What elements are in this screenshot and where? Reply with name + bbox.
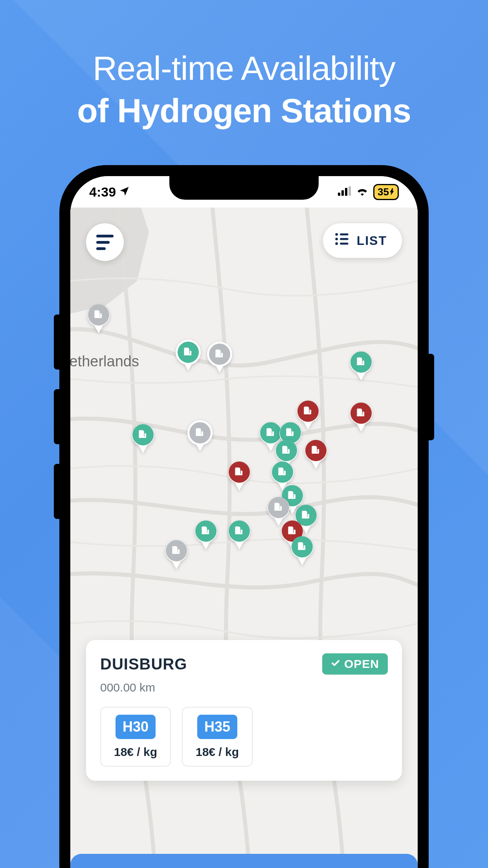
station-card[interactable]: DUISBURG OPEN 000.00 km H3018€ / kgH3518… <box>86 640 402 781</box>
station-distance: 000.00 km <box>100 681 388 694</box>
phone-mockup: 4:39 35 <box>59 165 429 868</box>
station-marker[interactable] <box>187 420 213 451</box>
station-status-label: OPEN <box>344 657 379 671</box>
station-marker[interactable] <box>175 339 201 371</box>
phone-notch <box>169 176 319 200</box>
bottom-sheet-peek[interactable] <box>70 854 418 868</box>
svg-rect-2 <box>345 188 347 196</box>
station-marker[interactable] <box>289 534 315 565</box>
phone-screen: 4:39 35 <box>70 176 418 868</box>
station-marker[interactable] <box>348 400 374 432</box>
station-marker[interactable] <box>226 459 252 491</box>
station-title: DUISBURG <box>100 655 187 673</box>
list-view-button[interactable]: LIST <box>323 223 402 258</box>
map-view[interactable]: Netherlands LIST <box>70 208 418 868</box>
svg-point-9 <box>335 242 338 245</box>
status-time: 4:39 <box>89 184 116 200</box>
battery-percent: 35 <box>378 186 389 198</box>
fuel-option[interactable]: H3518€ / kg <box>182 707 253 767</box>
promo-headline: Real-time Availability of Hydrogen Stati… <box>0 0 488 132</box>
location-arrow-icon <box>119 184 130 200</box>
status-right: 35 <box>338 184 399 200</box>
svg-point-5 <box>335 233 338 236</box>
list-icon <box>334 231 350 250</box>
list-button-label: LIST <box>357 234 387 248</box>
svg-point-7 <box>335 238 338 241</box>
station-marker[interactable] <box>163 538 189 569</box>
map-region-label: Netherlands <box>70 353 139 370</box>
station-marker[interactable] <box>86 302 112 333</box>
station-marker[interactable] <box>193 518 219 550</box>
svg-rect-6 <box>340 234 349 235</box>
station-marker[interactable] <box>207 341 233 373</box>
fuel-price: 18€ / kg <box>193 745 242 759</box>
station-marker[interactable] <box>348 349 374 381</box>
fuel-options-row: H3018€ / kgH3518€ / kg <box>100 707 388 767</box>
cellular-signal-icon <box>338 186 351 197</box>
station-marker[interactable] <box>303 438 329 469</box>
station-marker[interactable] <box>295 398 321 430</box>
svg-rect-0 <box>338 193 340 196</box>
svg-rect-10 <box>340 243 349 245</box>
promo-line1: Real-time Availability <box>0 47 488 90</box>
fuel-code-chip: H30 <box>116 715 156 739</box>
menu-button[interactable] <box>86 223 124 261</box>
fuel-code-chip: H35 <box>197 715 237 739</box>
filter-icon <box>96 235 114 250</box>
svg-rect-3 <box>349 186 351 196</box>
fuel-option[interactable]: H3018€ / kg <box>100 707 171 767</box>
check-icon <box>331 657 340 671</box>
status-left: 4:39 <box>89 184 130 200</box>
battery-indicator: 35 <box>373 184 399 200</box>
promo-line2: of Hydrogen Stations <box>0 90 488 132</box>
station-status-badge: OPEN <box>322 653 388 675</box>
wifi-icon <box>356 186 369 197</box>
fuel-price: 18€ / kg <box>111 745 160 759</box>
station-marker[interactable] <box>130 422 156 453</box>
svg-rect-1 <box>341 190 344 196</box>
svg-rect-8 <box>340 238 349 240</box>
station-marker[interactable] <box>226 518 252 550</box>
